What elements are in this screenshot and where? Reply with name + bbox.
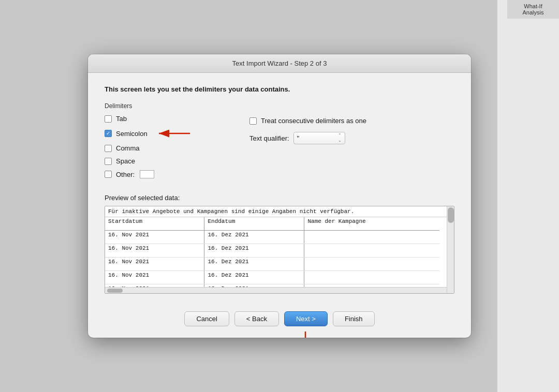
back-button[interactable]: < Back bbox=[234, 311, 279, 326]
space-label: Space bbox=[116, 157, 135, 165]
import-wizard-dialog: Text Import Wizard - Step 2 of 3 This sc… bbox=[88, 54, 471, 338]
cell-kampagne-3 bbox=[304, 257, 439, 270]
cell-enddatum-header: Enddatum bbox=[204, 217, 304, 230]
semicolon-label: Semicolon bbox=[116, 130, 148, 138]
semicolon-checkbox[interactable] bbox=[105, 130, 112, 137]
cell-start-4: 16. Nov 2021 bbox=[105, 270, 204, 284]
preview-table: Startdatum Enddatum Name der Kampagne 16… bbox=[105, 217, 439, 287]
table-row: 16. Nov 2021 16. Dez 2021 bbox=[105, 230, 439, 244]
cell-start-3: 16. Nov 2021 bbox=[105, 257, 204, 270]
dialog-title: Text Import Wizard - Step 2 of 3 bbox=[232, 59, 327, 67]
cell-kampagne-1 bbox=[304, 230, 439, 244]
text-qualifier-row: Text qualifier: " bbox=[249, 132, 454, 144]
what-if-analysis-label: What-IfAnalysis bbox=[507, 0, 559, 19]
delimiters-section: Tab Semicolon bbox=[105, 115, 454, 184]
cell-end-1: 16. Dez 2021 bbox=[204, 230, 304, 244]
tab-label: Tab bbox=[116, 115, 127, 123]
next-arrow-annotation bbox=[290, 329, 321, 338]
text-qualifier-label: Text qualifier: bbox=[249, 134, 289, 142]
tab-checkbox[interactable] bbox=[105, 115, 112, 123]
cell-end-4: 16. Dez 2021 bbox=[204, 270, 304, 284]
checkbox-row-space: Space bbox=[105, 157, 249, 165]
other-input[interactable] bbox=[140, 170, 154, 178]
delimiters-options: Treat consecutive delimiters as one Text… bbox=[249, 115, 454, 184]
semicolon-arrow-annotation bbox=[155, 128, 191, 139]
cell-kampagne-header: Name der Kampagne bbox=[304, 217, 439, 230]
text-qualifier-select[interactable]: " bbox=[293, 132, 345, 144]
checkbox-row-comma: Comma bbox=[105, 144, 249, 152]
preview-notice: Für inaktive Angebote und Kampagnen sind… bbox=[105, 206, 447, 217]
delimiters-section-label: Delimiters bbox=[105, 102, 454, 110]
cell-end-3: 16. Dez 2021 bbox=[204, 257, 304, 270]
preview-vertical-scrollbar[interactable] bbox=[447, 206, 454, 293]
treat-consecutive-checkbox[interactable] bbox=[249, 117, 257, 125]
table-row: 16. Nov 2021 16. Dez 2021 bbox=[105, 244, 439, 257]
dialog-buttons: Cancel < Back Next > Finish bbox=[88, 304, 471, 338]
h-scrollbar-thumb bbox=[107, 289, 123, 293]
cell-start-1: 16. Nov 2021 bbox=[105, 230, 204, 244]
comma-checkbox[interactable] bbox=[105, 145, 112, 152]
dialog-content: This screen lets you set the delimiters … bbox=[88, 73, 471, 304]
dialog-titlebar: Text Import Wizard - Step 2 of 3 bbox=[88, 54, 471, 73]
cancel-button[interactable]: Cancel bbox=[184, 311, 229, 326]
table-row: Startdatum Enddatum Name der Kampagne bbox=[105, 217, 439, 230]
checkbox-row-semicolon: Semicolon bbox=[105, 128, 249, 139]
next-button[interactable]: Next > bbox=[284, 311, 328, 326]
scrollbar-thumb bbox=[448, 207, 454, 223]
cell-end-2: 16. Dez 2021 bbox=[204, 244, 304, 257]
treat-consecutive-row: Treat consecutive delimiters as one bbox=[249, 117, 454, 125]
cell-startdatum-header: Startdatum bbox=[105, 217, 204, 230]
table-row: 16. Nov 2021 16. Dez 2021 bbox=[105, 270, 439, 284]
other-checkbox[interactable] bbox=[105, 171, 112, 178]
qualifier-select-arrows bbox=[338, 133, 342, 143]
other-label: Other: bbox=[116, 171, 135, 178]
checkbox-row-tab: Tab bbox=[105, 115, 249, 123]
checkbox-row-other: Other: bbox=[105, 170, 249, 178]
preview-container: Für inaktive Angebote und Kampagnen sind… bbox=[105, 206, 454, 294]
text-qualifier-value: " bbox=[297, 134, 335, 142]
spreadsheet-background bbox=[497, 0, 559, 392]
treat-consecutive-label: Treat consecutive delimiters as one bbox=[261, 117, 366, 125]
space-checkbox[interactable] bbox=[105, 158, 112, 165]
delimiters-checkboxes: Tab Semicolon bbox=[105, 115, 249, 184]
finish-button[interactable]: Finish bbox=[333, 311, 375, 326]
cell-kampagne-4 bbox=[304, 270, 439, 284]
preview-label: Preview of selected data: bbox=[105, 194, 454, 202]
cell-kampagne-2 bbox=[304, 244, 439, 257]
comma-label: Comma bbox=[116, 144, 140, 152]
table-row: 16. Nov 2021 16. Dez 2021 bbox=[105, 257, 439, 270]
preview-horizontal-scrollbar[interactable] bbox=[105, 287, 447, 293]
dialog-description: This screen lets you set the delimiters … bbox=[105, 85, 454, 93]
cell-start-2: 16. Nov 2021 bbox=[105, 244, 204, 257]
